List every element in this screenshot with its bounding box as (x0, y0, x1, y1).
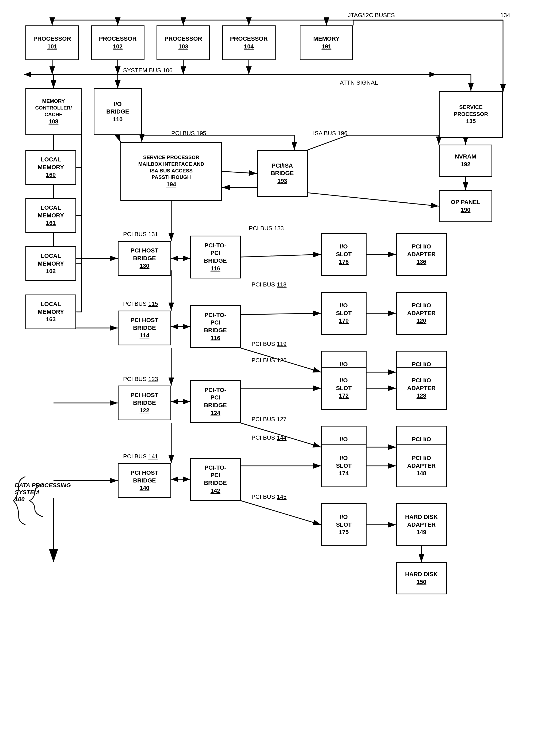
svg-line-74 (241, 501, 321, 525)
io-slot-174: I/OSLOT 174 (321, 445, 367, 487)
svg-marker-45 (171, 256, 178, 261)
svg-marker-15 (429, 72, 436, 77)
io-bridge-110: I/OBRIDGE 110 (94, 88, 142, 135)
nvram-192: NVRAM 192 (439, 145, 492, 177)
pci-isa-bridge-193: PCI/ISABRIDGE 193 (257, 150, 308, 197)
pci-to-pci-bridge-124: PCI-TO-PCIBRIDGE 124 (190, 380, 241, 423)
svg-marker-71 (183, 477, 190, 482)
local-memory-162: LOCALMEMORY 162 (25, 246, 76, 281)
svg-line-32 (308, 135, 348, 150)
pci-io-adapter-136: PCI I/OADAPTER 136 (396, 233, 447, 276)
local-memory-160: LOCALMEMORY 160 (25, 150, 76, 185)
local-memory-161: LOCALMEMORY 161 (25, 198, 76, 233)
pci-host-bridge-130: PCI HOSTBRIDGE 130 (118, 241, 171, 276)
svg-line-78 (222, 171, 257, 173)
pci-bus-133-label: PCI BUS 133 (249, 225, 284, 232)
svg-line-47 (241, 254, 321, 257)
processor-102: PROCESSOR 102 (91, 25, 144, 60)
pci-to-pci-bridge-116b: PCI-TO-PCIBRIDGE 116 (190, 305, 241, 348)
svg-marker-53 (183, 324, 190, 329)
pci-io-adapter-120: PCI I/OADAPTER 120 (396, 292, 447, 335)
pci-bus-115-label: PCI BUS 115 (123, 300, 158, 307)
pci-host-bridge-140: PCI HOSTBRIDGE 140 (118, 463, 171, 498)
svg-marker-14 (24, 72, 31, 77)
memory-controller-108: MEMORYCONTROLLER/CACHE 108 (25, 88, 82, 135)
pci-bus-123-label: PCI BUS 123 (123, 376, 158, 383)
pci-bus-141-label: PCI BUS 141 (123, 453, 158, 460)
svg-marker-62 (183, 399, 190, 404)
svg-marker-52 (171, 324, 178, 329)
pci-bus-131-label: PCI BUS 131 (123, 231, 158, 238)
svg-marker-46 (183, 256, 190, 261)
svg-marker-61 (171, 399, 178, 404)
io-slot-176: I/OSLOT 176 (321, 233, 367, 276)
service-processor-135: SERVICEPROCESSOR 135 (439, 91, 503, 138)
memory-191: MEMORY 191 (300, 25, 353, 60)
processor-103: PROCESSOR 103 (157, 25, 210, 60)
pci-bus-118-label: PCI BUS 118 (252, 281, 287, 288)
jtag-label: JTAG/I2C BUSES (348, 12, 395, 19)
system-bus-label: SYSTEM BUS 106 (123, 67, 173, 74)
hard-disk-150: HARD DISK 150 (396, 562, 447, 594)
pci-to-pci-bridge-142: PCI-TO-PCIBRIDGE 142 (190, 458, 241, 501)
svg-line-54 (241, 313, 321, 314)
pci-io-adapter-128: PCI I/OADAPTER 128 (396, 367, 447, 410)
pci-to-pci-bridge-116a: PCI-TO-PCIBRIDGE 116 (190, 236, 241, 278)
pci-io-adapter-148: PCI I/OADAPTER 148 (396, 445, 447, 487)
pci-bus-195-label: PCI BUS 195 (171, 130, 206, 137)
attn-signal-label: ATTN SIGNAL (340, 79, 378, 86)
svg-line-80 (308, 193, 439, 206)
pci-bus-144-label: PCI BUS 144 (252, 434, 287, 441)
svg-marker-70 (171, 477, 178, 482)
hard-disk-adapter-149: HARD DISKADAPTER 149 (396, 503, 447, 546)
sp-mailbox-194: SERVICE PROCESSORMAILBOX INTERFACE ANDIS… (120, 142, 222, 201)
io-slot-170: I/OSLOT 170 (321, 292, 367, 335)
pci-bus-145-label: PCI BUS 145 (252, 494, 287, 501)
isa-bus-196-label: ISA BUS 196 (313, 130, 347, 137)
pci-bus-126-label: PCI BUS 126 (252, 357, 287, 364)
io-slot-175: I/OSLOT 175 (321, 503, 367, 546)
pci-host-bridge-122: PCI HOSTBRIDGE 122 (118, 386, 171, 420)
op-panel-190: OP PANEL 190 (439, 190, 492, 222)
processor-101: PROCESSOR 101 (25, 25, 79, 60)
io-slot-172: I/OSLOT 172 (321, 367, 367, 410)
pci-bus-127-label: PCI BUS 127 (252, 416, 287, 423)
local-memory-163: LOCALMEMORY 163 (25, 294, 76, 329)
ref-134: 134 (500, 12, 510, 19)
svg-line-33 (118, 135, 120, 142)
pci-host-bridge-114: PCI HOSTBRIDGE 114 (118, 310, 171, 345)
diagram: PROCESSOR 101 PROCESSOR 102 PROCESSOR 10… (0, 0, 560, 732)
pci-bus-119-label: PCI BUS 119 (252, 340, 287, 347)
processor-104: PROCESSOR 104 (222, 25, 276, 60)
